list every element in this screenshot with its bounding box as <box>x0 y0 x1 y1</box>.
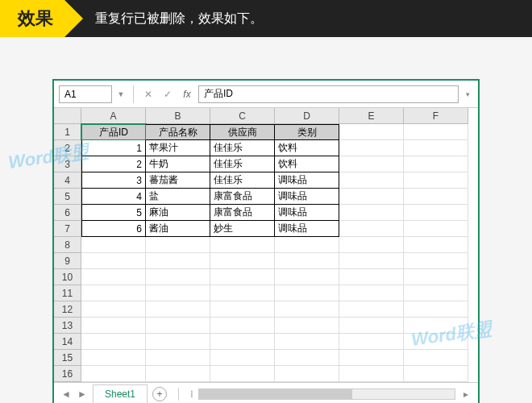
cell[interactable]: 饮料 <box>275 156 339 172</box>
cell[interactable] <box>81 318 146 334</box>
cell[interactable] <box>339 205 404 221</box>
row-header[interactable]: 6 <box>54 205 81 221</box>
cell[interactable]: 牛奶 <box>146 156 210 172</box>
cell[interactable] <box>81 366 146 382</box>
row-header[interactable]: 2 <box>54 140 81 156</box>
cell[interactable] <box>404 318 468 334</box>
row-header[interactable]: 13 <box>54 318 81 334</box>
column-header[interactable]: B <box>146 108 210 124</box>
cell[interactable] <box>210 285 275 301</box>
cell[interactable]: 蕃茄酱 <box>146 172 210 189</box>
cell[interactable]: 苹果汁 <box>146 140 210 156</box>
row-header[interactable]: 4 <box>54 172 81 189</box>
cell[interactable] <box>404 285 468 301</box>
column-header[interactable]: C <box>210 108 275 124</box>
cell[interactable]: 调味品 <box>275 205 339 221</box>
cell[interactable] <box>339 285 404 301</box>
cell[interactable] <box>275 269 339 285</box>
row-header[interactable]: 12 <box>54 301 81 318</box>
cell[interactable]: 佳佳乐 <box>210 156 275 172</box>
cell[interactable] <box>404 334 468 350</box>
cell[interactable] <box>275 301 339 318</box>
cell[interactable]: 调味品 <box>275 221 339 237</box>
row-header[interactable]: 11 <box>54 285 81 301</box>
cell[interactable]: 产品名称 <box>146 124 210 140</box>
cell[interactable]: 6 <box>81 221 146 237</box>
cell[interactable] <box>275 253 339 269</box>
cell[interactable] <box>146 269 210 285</box>
cell[interactable] <box>404 237 468 253</box>
cell[interactable] <box>339 140 404 156</box>
cell[interactable] <box>81 237 146 253</box>
cell[interactable]: 酱油 <box>146 221 210 237</box>
formula-expand-icon[interactable]: ▾ <box>462 90 473 98</box>
cell[interactable] <box>339 124 404 140</box>
cell[interactable]: 盐 <box>146 189 210 205</box>
cell[interactable] <box>339 301 404 318</box>
cell[interactable]: 产品ID <box>81 124 146 140</box>
cell[interactable] <box>146 301 210 318</box>
confirm-icon[interactable]: ✓ <box>160 89 176 100</box>
cell[interactable]: 调味品 <box>275 189 339 205</box>
cell[interactable] <box>275 237 339 253</box>
cell[interactable]: 佳佳乐 <box>210 172 275 189</box>
cell[interactable]: 4 <box>81 189 146 205</box>
cell[interactable]: 调味品 <box>275 172 339 189</box>
cell[interactable] <box>404 350 468 366</box>
column-header[interactable]: F <box>404 108 468 124</box>
cell[interactable] <box>210 366 275 382</box>
cell[interactable] <box>404 189 468 205</box>
add-sheet-button[interactable]: + <box>152 387 167 401</box>
cell[interactable] <box>275 318 339 334</box>
cell[interactable] <box>404 221 468 237</box>
row-header[interactable]: 16 <box>54 366 81 382</box>
cell[interactable] <box>146 350 210 366</box>
cell[interactable] <box>81 301 146 318</box>
row-header[interactable]: 10 <box>54 269 81 285</box>
cell[interactable] <box>404 172 468 189</box>
cell[interactable] <box>339 253 404 269</box>
cell[interactable]: 2 <box>81 156 146 172</box>
column-header[interactable]: D <box>275 108 339 124</box>
tab-split-icon[interactable]: ⁞ <box>190 388 193 400</box>
cell[interactable] <box>404 124 468 140</box>
row-header[interactable]: 7 <box>54 221 81 237</box>
fx-icon[interactable]: fx <box>179 89 195 100</box>
cell[interactable]: 佳佳乐 <box>210 140 275 156</box>
cell[interactable] <box>339 156 404 172</box>
cell[interactable]: 妙生 <box>210 221 275 237</box>
column-header[interactable]: E <box>339 108 404 124</box>
cell[interactable] <box>81 334 146 350</box>
cell[interactable] <box>404 140 468 156</box>
cell[interactable] <box>339 269 404 285</box>
cell[interactable] <box>146 237 210 253</box>
cell[interactable] <box>210 301 275 318</box>
name-box-dropdown-icon[interactable]: ▼ <box>115 90 127 98</box>
cell[interactable] <box>404 366 468 382</box>
cell[interactable] <box>339 237 404 253</box>
cell[interactable] <box>146 253 210 269</box>
cancel-icon[interactable]: ✕ <box>140 89 156 100</box>
formula-input[interactable]: 产品ID <box>198 85 459 103</box>
cell[interactable] <box>275 350 339 366</box>
cell[interactable] <box>210 318 275 334</box>
cell[interactable] <box>146 366 210 382</box>
horizontal-scrollbar[interactable] <box>198 388 455 400</box>
cell[interactable] <box>339 221 404 237</box>
select-all-corner[interactable] <box>54 108 81 124</box>
cell[interactable]: 饮料 <box>275 140 339 156</box>
cell[interactable] <box>339 334 404 350</box>
cell[interactable] <box>404 205 468 221</box>
row-header[interactable]: 15 <box>54 350 81 366</box>
tab-prev-icon[interactable]: ◄ <box>60 388 72 400</box>
row-header[interactable]: 8 <box>54 237 81 253</box>
cell[interactable]: 1 <box>81 140 146 156</box>
scroll-right-icon[interactable]: ▸ <box>460 388 472 400</box>
cell[interactable] <box>146 285 210 301</box>
cell[interactable] <box>404 269 468 285</box>
column-header[interactable]: A <box>81 108 146 124</box>
cell[interactable] <box>81 350 146 366</box>
tab-next-icon[interactable]: ► <box>77 388 88 400</box>
cell[interactable] <box>404 253 468 269</box>
row-header[interactable]: 9 <box>54 253 81 269</box>
